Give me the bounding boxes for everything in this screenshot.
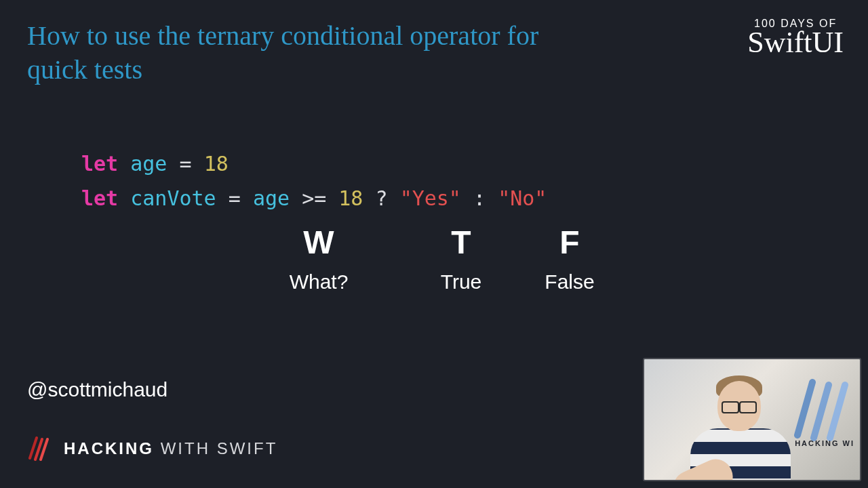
presenter-figure	[685, 371, 793, 481]
keyword-let: let	[81, 186, 118, 210]
code-line-2: let canVote = age >= 18 ? "Yes" : "No"	[81, 181, 547, 216]
webcam-bg-text: HACKING WI	[795, 439, 854, 447]
colon: :	[473, 186, 486, 210]
slide-title: How to use the ternary conditional opera…	[27, 19, 583, 87]
code-block: let age = 18 let canVote = age >= 18 ? "…	[81, 146, 547, 216]
number-18: 18	[204, 152, 229, 176]
equals-op: =	[180, 152, 192, 176]
wtf-w-letter: W	[264, 224, 373, 261]
credit-handle: @scottmichaud	[27, 378, 167, 401]
wtf-col-what: W What?	[264, 224, 373, 293]
string-no: "No"	[498, 186, 547, 210]
brand-badge: 100 DAYS OF SwiftUI	[747, 18, 844, 57]
gte-op: >=	[302, 186, 326, 210]
footer-text-bold: HACKING	[64, 439, 154, 458]
wtf-f-letter: F	[529, 224, 610, 261]
code-line-1: let age = 18	[81, 146, 547, 181]
wtf-col-false: F False	[529, 224, 610, 293]
brand-main-text: SwiftUI	[747, 28, 844, 57]
wtf-f-label: False	[529, 270, 610, 293]
wtf-col-true: T True	[420, 224, 502, 293]
question-mark: ?	[376, 186, 388, 210]
identifier-age: age	[130, 152, 167, 176]
wtf-t-label: True	[420, 270, 502, 293]
hws-logo-icon	[27, 436, 52, 461]
string-yes: "Yes"	[400, 186, 461, 210]
wtf-t-letter: T	[420, 224, 502, 261]
footer-text: HACKING WITH SWIFT	[64, 439, 277, 458]
equals-op: =	[229, 186, 241, 210]
keyword-let: let	[81, 152, 118, 176]
footer-text-light: WITH SWIFT	[154, 439, 277, 458]
footer-brand: HACKING WITH SWIFT	[27, 436, 277, 461]
wtf-w-label: What?	[264, 270, 373, 293]
identifier-age: age	[253, 186, 290, 210]
number-18: 18	[338, 186, 363, 210]
webcam-bg-logo-icon	[785, 374, 853, 442]
presenter-webcam: HACKING WI	[643, 358, 861, 481]
identifier-canvote: canVote	[130, 186, 216, 210]
